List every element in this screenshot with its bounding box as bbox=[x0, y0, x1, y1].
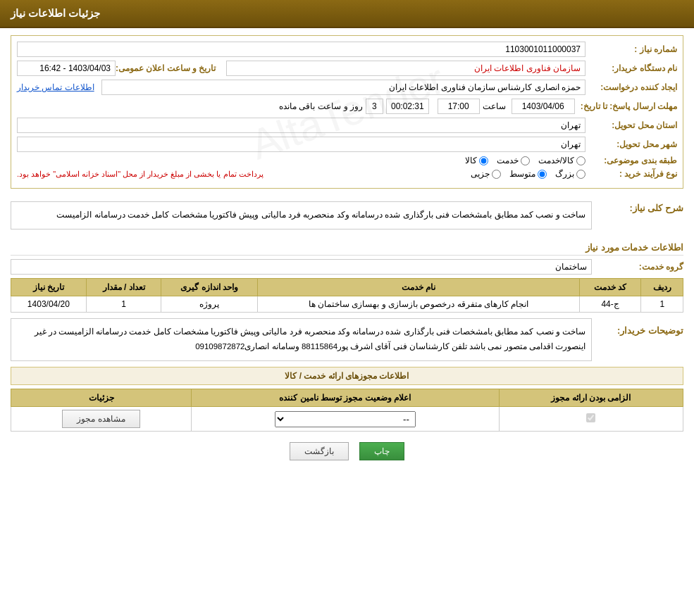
back-button[interactable]: بازگشت bbox=[290, 442, 349, 460]
service-group-row: گروه خدمت: ساختمان bbox=[11, 259, 683, 275]
cell-row: 1 bbox=[641, 296, 683, 312]
service-group-value: ساختمان bbox=[11, 259, 592, 275]
license-required-checkbox bbox=[586, 413, 595, 422]
license-section-title: اطلاعات مجوزهای ارائه خدمت / کالا bbox=[11, 367, 683, 385]
license-col-announce: اعلام وضعیت مجوز توسط نامین کننده bbox=[192, 389, 499, 407]
reply-deadline-label: مهلت ارسال پاسخ: تا تاریخ: bbox=[575, 101, 677, 111]
process-radio-bozorg[interactable] bbox=[576, 170, 585, 179]
col-name: نام خدمت bbox=[258, 278, 580, 296]
process-row: نوع فرآیند خرید : بزرگ متوسط جزیی bbox=[17, 169, 677, 179]
process-option-motavaset: متوسط bbox=[509, 169, 547, 179]
buyer-notes-row: توضیحات خریدار: ساخت و نصب کمد مطابق بام… bbox=[11, 318, 683, 362]
view-license-button[interactable]: مشاهده مجوز bbox=[62, 410, 140, 428]
page-header: جزئیات اطلاعات نیاز bbox=[0, 0, 694, 28]
category-radio-group: کالا/خدمت خدمت کالا bbox=[17, 156, 585, 165]
category-radio-kala-khedmat[interactable] bbox=[576, 156, 585, 165]
category-option-khedmat: خدمت bbox=[497, 156, 530, 165]
cell-code: ج-44 bbox=[579, 296, 641, 312]
buyer-org-row: نام دستگاه خریدار: سازمان فناوری اطلاعات… bbox=[17, 61, 677, 76]
services-table: ردیف کد خدمت نام خدمت واحد اندازه گیری ت… bbox=[11, 278, 683, 313]
category-option-kala: کالا bbox=[465, 156, 488, 165]
license-announce-cell: -- bbox=[192, 407, 499, 432]
process-radio-motavaset[interactable] bbox=[538, 170, 547, 179]
description-text: ساخت و نصب کمد مطابق بامشخصات فنی بارگذا… bbox=[11, 201, 592, 230]
buyer-org-label: نام دستگاه خریدار: bbox=[585, 63, 677, 73]
category-label-kala: کالا bbox=[465, 156, 477, 165]
license-details-cell: مشاهده مجوز bbox=[11, 407, 192, 432]
cell-quantity: 1 bbox=[86, 296, 161, 312]
city-label: شهر محل تحویل: bbox=[585, 139, 677, 149]
basic-info-section: AltaTender شماره نیاز : 1103001011000037… bbox=[11, 35, 683, 189]
buyer-org-value: سازمان فناوری اطلاعات ایران bbox=[226, 61, 585, 76]
services-table-header-row: ردیف کد خدمت نام خدمت واحد اندازه گیری ت… bbox=[11, 278, 683, 296]
print-button[interactable]: چاپ bbox=[359, 442, 404, 460]
service-group-label: گروه خدمت: bbox=[592, 262, 683, 272]
process-option-bozorg: بزرگ bbox=[555, 169, 585, 179]
col-code: کد خدمت bbox=[579, 278, 641, 296]
process-radio-group: بزرگ متوسط جزیی bbox=[274, 169, 585, 179]
creator-label: ایجاد کننده درخواست: bbox=[585, 82, 677, 92]
col-unit: واحد اندازه گیری bbox=[161, 278, 258, 296]
category-label-kala-khedmat: کالا/خدمت bbox=[538, 156, 574, 165]
creator-row: ایجاد کننده درخواست: حمزه انصاری کارشناس… bbox=[17, 80, 677, 95]
need-number-value: 1103001011000037 bbox=[17, 42, 585, 57]
page-wrapper: جزئیات اطلاعات نیاز AltaTender شماره نیا… bbox=[0, 0, 694, 616]
remaining-time-value: 00:02:31 bbox=[386, 99, 429, 114]
category-option-kala-khedmat: کالا/خدمت bbox=[538, 156, 585, 165]
cell-name: انجام کارهای متفرقه درخصوص بازسازی و بهس… bbox=[258, 296, 580, 312]
license-table: الزامی بودن ارائه مجوز اعلام وضعیت مجوز … bbox=[11, 389, 683, 432]
city-row: شهر محل تحویل: تهران bbox=[17, 137, 677, 152]
bottom-buttons: چاپ بازگشت bbox=[11, 442, 683, 460]
category-row: طبقه بندی موضوعی: کالا/خدمت خدمت کالا bbox=[17, 156, 677, 165]
contact-link[interactable]: اطلاعات تماس خریدار bbox=[17, 82, 94, 92]
process-label-bozorg: بزرگ bbox=[555, 169, 574, 179]
province-value: تهران bbox=[17, 118, 585, 133]
col-quantity: تعداد / مقدار bbox=[86, 278, 161, 296]
license-table-header-row: الزامی بودن ارائه مجوز اعلام وضعیت مجوز … bbox=[11, 389, 683, 407]
license-required-cell bbox=[499, 407, 683, 432]
buyer-notes-text: ساخت و نصب کمد مطابق بامشخصات فنی بارگذا… bbox=[11, 318, 592, 362]
col-row-num: ردیف bbox=[641, 278, 683, 296]
reply-deadline-row: مهلت ارسال پاسخ: تا تاریخ: 1403/04/06 سا… bbox=[17, 99, 677, 114]
table-row: 1 ج-44 انجام کارهای متفرقه درخصوص بازساز… bbox=[11, 296, 683, 312]
license-announce-select[interactable]: -- bbox=[275, 411, 416, 427]
province-label: استان محل تحویل: bbox=[585, 120, 677, 130]
cell-date: 1403/04/20 bbox=[11, 296, 87, 312]
reply-date-value: 1403/04/06 bbox=[512, 99, 575, 114]
services-section-title: اطلاعات خدمات مورد نیاز bbox=[11, 242, 683, 256]
need-number-row: شماره نیاز : 1103001011000037 bbox=[17, 42, 677, 57]
license-col-required: الزامی بودن ارائه مجوز bbox=[499, 389, 683, 407]
process-note: پرداخت تمام یا بخشی از مبلغ خریدار از مح… bbox=[17, 170, 264, 179]
need-number-label: شماره نیاز : bbox=[585, 44, 677, 54]
creator-value: حمزه انصاری کارشناس سازمان فناوری اطلاعا… bbox=[101, 80, 585, 95]
license-table-row: -- مشاهده مجوز bbox=[11, 407, 683, 432]
reply-time-label: ساعت bbox=[483, 101, 506, 111]
buyer-notes-label: توضیحات خریدار: bbox=[592, 325, 683, 338]
announce-date-value: 1403/04/03 - 16:42 bbox=[17, 61, 116, 76]
description-label: شرح کلی نیاز: bbox=[592, 203, 683, 215]
province-row: استان محل تحویل: تهران bbox=[17, 118, 677, 133]
process-label: نوع فرآیند خرید : bbox=[585, 169, 677, 179]
main-content: AltaTender شماره نیاز : 1103001011000037… bbox=[0, 28, 694, 474]
category-radio-kala[interactable] bbox=[479, 156, 488, 165]
category-radio-khedmat[interactable] bbox=[521, 156, 530, 165]
process-label-jozi: جزیی bbox=[471, 169, 490, 179]
description-row: شرح کلی نیاز: ساخت و نصب کمد مطابق بامشخ… bbox=[11, 196, 683, 235]
page-title: جزئیات اطلاعات نیاز bbox=[11, 7, 100, 19]
category-label: طبقه بندی موضوعی: bbox=[585, 156, 677, 165]
remaining-time-label: ساعت باقی مانده bbox=[279, 101, 341, 111]
process-radio-jozi[interactable] bbox=[492, 170, 501, 179]
city-value: تهران bbox=[17, 137, 585, 152]
col-date: تاریخ نیاز bbox=[11, 278, 87, 296]
category-label-khedmat: خدمت bbox=[497, 156, 519, 165]
cell-unit: پروژه bbox=[161, 296, 258, 312]
license-col-details: جزئیات bbox=[11, 389, 192, 407]
process-option-jozi: جزیی bbox=[471, 169, 501, 179]
reply-days-label: روز و bbox=[344, 101, 363, 111]
reply-days-value: 3 bbox=[366, 99, 383, 114]
process-label-motavaset: متوسط bbox=[509, 169, 535, 179]
announce-date-label: تاریخ و ساعت اعلان عمومی: bbox=[116, 63, 216, 73]
reply-time-value: 17:00 bbox=[438, 99, 480, 114]
